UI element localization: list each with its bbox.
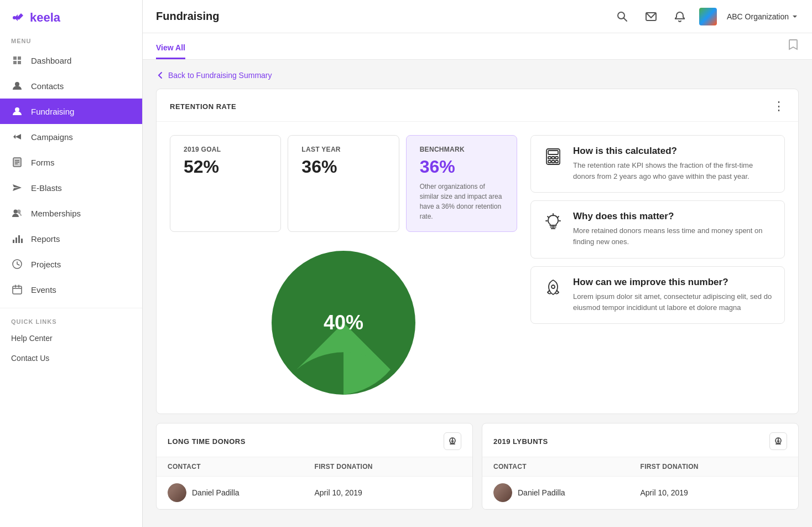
svg-rect-27 bbox=[555, 157, 558, 159]
col-donation-2: FIRST DONATION bbox=[641, 463, 788, 471]
quick-link-help-center[interactable]: Help Center bbox=[0, 328, 142, 348]
svg-point-1 bbox=[15, 82, 19, 86]
menu-label: MENU bbox=[0, 33, 142, 48]
tab-view-all[interactable]: View All bbox=[156, 35, 185, 59]
back-arrow-icon bbox=[156, 71, 165, 80]
rocket-icon bbox=[542, 277, 564, 299]
svg-point-0 bbox=[13, 16, 16, 19]
sidebar-item-label-projects: Projects bbox=[31, 260, 61, 269]
stat-goal-value: 52% bbox=[184, 157, 267, 177]
stat-benchmark-value: 36% bbox=[420, 157, 503, 177]
matter-title: Why does this matter? bbox=[573, 211, 773, 222]
svg-rect-15 bbox=[13, 286, 22, 294]
lightbulb-icon bbox=[542, 211, 564, 233]
svg-rect-10 bbox=[13, 240, 14, 243]
table-row: Daniel Padilla April 10, 2019 bbox=[482, 477, 798, 509]
svg-point-8 bbox=[14, 210, 18, 214]
eblasts-icon bbox=[11, 182, 23, 194]
info-card-matter: Why does this matter? More retained dono… bbox=[530, 200, 785, 258]
improve-title: How can we improve this number? bbox=[573, 277, 773, 288]
lybunts-title: 2019 LYBUNTS bbox=[493, 437, 548, 446]
reports-icon bbox=[11, 232, 23, 245]
sidebar-item-reports[interactable]: Reports bbox=[0, 226, 142, 251]
topbar: Fundraising ABC Organization bbox=[143, 0, 812, 33]
search-icon[interactable] bbox=[613, 7, 632, 26]
svg-rect-30 bbox=[555, 161, 558, 163]
messages-icon[interactable] bbox=[642, 7, 660, 26]
calculated-text: How is this calculated? The retention ra… bbox=[573, 146, 773, 182]
right-panel: How is this calculated? The retention ra… bbox=[530, 135, 785, 400]
quick-links-label: QUICK LINKS bbox=[0, 314, 142, 328]
page-title: Fundraising bbox=[156, 10, 219, 23]
svg-rect-12 bbox=[18, 235, 20, 243]
logo-area: keela bbox=[0, 0, 142, 33]
sidebar-item-forms[interactable]: Forms bbox=[0, 149, 142, 175]
org-avatar bbox=[699, 8, 717, 25]
more-options-icon[interactable]: ⋮ bbox=[773, 99, 785, 113]
retention-rate-card: RETENTION RATE ⋮ 2019 GOAL 52% LAST YEAR bbox=[156, 89, 799, 414]
svg-rect-25 bbox=[548, 157, 551, 159]
matter-text: Why does this matter? More retained dono… bbox=[573, 211, 773, 247]
stat-benchmark-description: Other organizations of similar size and … bbox=[420, 182, 503, 221]
avatar bbox=[493, 483, 512, 502]
donut-chart: 40% bbox=[266, 245, 421, 400]
sidebar-divider bbox=[0, 308, 142, 308]
improve-text: How can we improve this number? Lorem ip… bbox=[573, 277, 773, 313]
table-row: Daniel Padilla April 10, 2019 bbox=[157, 477, 472, 509]
org-name-button[interactable]: ABC Organization bbox=[727, 12, 799, 21]
contact-name: Daniel Padilla bbox=[192, 488, 240, 497]
stat-2019-goal: 2019 GOAL 52% bbox=[170, 135, 281, 232]
donation-date: April 10, 2019 bbox=[315, 488, 462, 497]
sidebar-item-projects[interactable]: Projects bbox=[0, 251, 142, 277]
download-long-time-icon[interactable] bbox=[444, 432, 461, 450]
back-link[interactable]: Back to Fundraising Summary bbox=[156, 71, 799, 80]
tabs-bar: View All bbox=[143, 33, 812, 60]
sidebar-item-label-forms: Forms bbox=[31, 158, 55, 167]
col-contact-1: CONTACT bbox=[168, 463, 315, 471]
info-card-improve: How can we improve this number? Lorem ip… bbox=[530, 266, 785, 324]
retention-title: RETENTION RATE bbox=[170, 102, 236, 111]
dashboard-icon bbox=[11, 54, 23, 66]
forms-icon bbox=[11, 156, 23, 168]
lybunts-header: 2019 LYBUNTS bbox=[482, 423, 798, 457]
memberships-icon bbox=[11, 207, 23, 219]
sidebar-item-label-fundraising: Fundraising bbox=[31, 107, 74, 116]
improve-desc: Lorem ipsum dolor sit amet, consectetur … bbox=[573, 291, 773, 313]
svg-rect-26 bbox=[552, 157, 555, 159]
col-contact-2: CONTACT bbox=[493, 463, 641, 471]
download-lybunts-icon[interactable] bbox=[769, 432, 787, 450]
calculator-icon bbox=[542, 146, 564, 168]
sidebar-item-events[interactable]: Events bbox=[0, 277, 142, 302]
quick-link-contact-us[interactable]: Contact Us bbox=[0, 348, 142, 368]
sidebar-item-memberships[interactable]: Memberships bbox=[0, 200, 142, 226]
retention-header: RETENTION RATE ⋮ bbox=[157, 89, 798, 122]
svg-line-35 bbox=[558, 216, 559, 218]
avatar bbox=[168, 483, 186, 502]
donut-chart-container: 40% bbox=[170, 245, 517, 400]
sidebar-item-label-reports: Reports bbox=[31, 234, 60, 244]
sidebar-item-contacts[interactable]: Contacts bbox=[0, 73, 142, 99]
stat-benchmark: BENCHMARK 36% Other organizations of sim… bbox=[406, 135, 517, 232]
contact-name: Daniel Padilla bbox=[518, 488, 565, 497]
contact-cell: Daniel Padilla bbox=[168, 483, 315, 502]
sidebar: keela MENU Dashboard Contacts Fundraisin… bbox=[0, 0, 143, 527]
stat-benchmark-label: BENCHMARK bbox=[420, 146, 503, 153]
info-card-calculated: How is this calculated? The retention ra… bbox=[530, 135, 785, 193]
stat-goal-label: 2019 GOAL bbox=[184, 146, 267, 153]
sidebar-item-label-events: Events bbox=[31, 285, 56, 294]
stat-lastyear-value: 36% bbox=[301, 157, 385, 177]
svg-rect-11 bbox=[15, 237, 17, 243]
lybunts-col-headers: CONTACT FIRST DONATION bbox=[482, 457, 798, 477]
long-time-donors-header: LONG TIME DONORS bbox=[157, 423, 472, 457]
calculated-title: How is this calculated? bbox=[573, 146, 773, 157]
tables-row: LONG TIME DONORS CONTACT FIRST DONATION … bbox=[156, 423, 799, 510]
svg-point-2 bbox=[15, 107, 19, 112]
sidebar-item-eblasts[interactable]: E-Blasts bbox=[0, 175, 142, 200]
sidebar-item-dashboard[interactable]: Dashboard bbox=[0, 48, 142, 73]
sidebar-item-campaigns[interactable]: Campaigns bbox=[0, 124, 142, 149]
bookmark-icon[interactable] bbox=[788, 33, 799, 59]
notifications-icon[interactable] bbox=[670, 7, 689, 26]
calculated-desc: The retention rate KPI shows the fractio… bbox=[573, 160, 773, 182]
chart-center-value: 40% bbox=[324, 311, 363, 334]
sidebar-item-fundraising[interactable]: Fundraising bbox=[0, 99, 142, 124]
